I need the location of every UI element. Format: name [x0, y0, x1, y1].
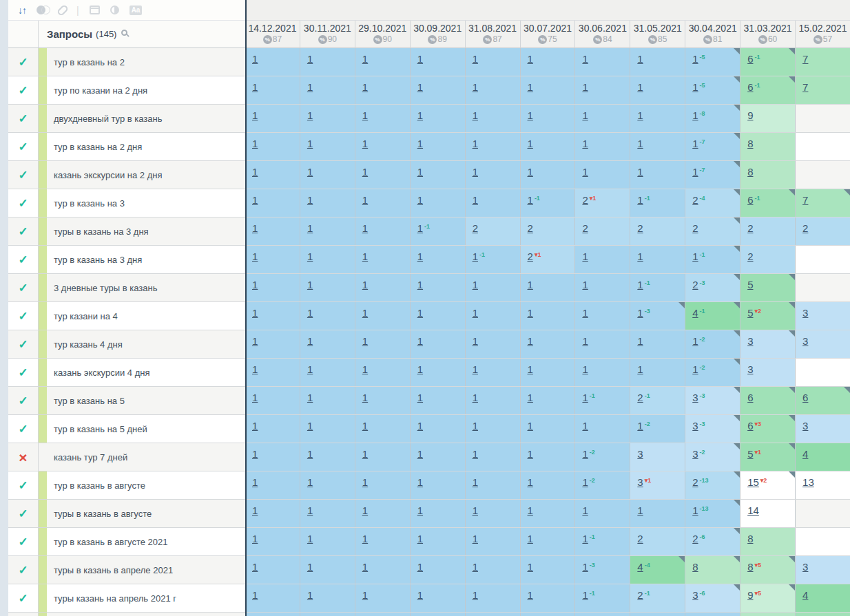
date-column-header[interactable]: 31.08.2021%87: [466, 21, 521, 48]
date-column-header[interactable]: 31.03.2021%60: [740, 21, 796, 48]
position-link[interactable]: 4: [692, 307, 698, 319]
position-link[interactable]: 1: [252, 505, 258, 516]
position-link[interactable]: 1: [637, 279, 643, 290]
position-link[interactable]: 1: [473, 533, 478, 544]
position-link[interactable]: 1: [473, 335, 478, 347]
keyword-cell[interactable]: тур в казань на 5: [39, 387, 245, 414]
position-link[interactable]: 1: [528, 138, 533, 149]
position-link[interactable]: 1: [307, 307, 313, 319]
keyword-cell[interactable]: казань экскурсии 4 дня: [39, 359, 245, 386]
position-link[interactable]: 1: [528, 166, 533, 178]
position-link[interactable]: 3: [747, 335, 753, 347]
position-link[interactable]: 1: [582, 392, 588, 403]
position-link[interactable]: 1: [252, 420, 258, 432]
position-link[interactable]: 4: [802, 589, 808, 601]
keyword-cell[interactable]: туры в казань на 3 дня: [39, 217, 245, 245]
position-link[interactable]: 1: [473, 81, 478, 93]
keyword-cell[interactable]: тур в казань на 5 дней: [39, 415, 245, 443]
position-link[interactable]: 1: [692, 251, 698, 262]
position-link[interactable]: 2: [473, 222, 478, 234]
position-link[interactable]: 1: [362, 335, 368, 347]
position-link[interactable]: 3: [692, 448, 698, 460]
sort-icon[interactable]: ↓↑: [18, 6, 26, 15]
status-cell[interactable]: ✓: [8, 48, 39, 76]
status-cell[interactable]: ✓: [8, 415, 39, 443]
position-link[interactable]: 4: [802, 448, 808, 460]
position-link[interactable]: 1: [473, 420, 478, 432]
date-column-header[interactable]: 30.11.2021%90: [300, 21, 355, 48]
position-link[interactable]: 3: [802, 420, 808, 432]
position-link[interactable]: 2: [528, 222, 533, 234]
position-link[interactable]: 1: [362, 307, 368, 319]
position-link[interactable]: 1: [692, 138, 698, 149]
position-link[interactable]: 1: [252, 448, 258, 460]
position-link[interactable]: 1: [528, 420, 533, 432]
position-link[interactable]: 1: [252, 307, 258, 319]
position-link[interactable]: 1: [417, 363, 423, 375]
position-link[interactable]: 1: [692, 166, 698, 178]
position-link[interactable]: 1: [417, 109, 423, 121]
position-link[interactable]: 1: [637, 81, 643, 93]
status-cell[interactable]: ✓: [8, 217, 39, 245]
position-link[interactable]: 1: [473, 138, 478, 149]
position-link[interactable]: 1: [252, 222, 258, 234]
status-cell[interactable]: ✓: [8, 528, 39, 555]
position-link[interactable]: 1: [692, 363, 698, 375]
position-link[interactable]: 1: [252, 138, 258, 149]
position-link[interactable]: 1: [528, 561, 533, 573]
position-link[interactable]: 1: [637, 53, 643, 65]
date-column-header[interactable]: 31.05.2021%85: [630, 21, 685, 48]
position-link[interactable]: 1: [637, 363, 643, 375]
position-link[interactable]: 1: [307, 194, 313, 206]
position-link[interactable]: 1: [528, 109, 533, 121]
position-link[interactable]: 1: [473, 109, 478, 121]
status-cell[interactable]: ×: [8, 443, 39, 471]
position-link[interactable]: 8: [747, 561, 753, 573]
date-column-header[interactable]: 30.06.2021%84: [575, 21, 630, 48]
position-link[interactable]: 3: [692, 392, 698, 403]
keyword-cell[interactable]: 3 дневные туры в казань: [39, 274, 245, 301]
position-link[interactable]: 1: [528, 448, 533, 460]
position-link[interactable]: 3: [747, 363, 753, 375]
position-link[interactable]: 8: [747, 138, 753, 149]
status-cell[interactable]: ✓: [8, 133, 39, 160]
position-link[interactable]: 4: [637, 561, 643, 573]
date-column-header[interactable]: 29.10.2021%90: [355, 21, 411, 48]
position-link[interactable]: 1: [528, 307, 533, 319]
position-link[interactable]: 7: [802, 81, 808, 93]
status-cell[interactable]: ✓: [8, 161, 39, 189]
position-link[interactable]: 1: [252, 279, 258, 290]
position-link[interactable]: 1: [417, 476, 423, 488]
position-link[interactable]: 1: [473, 589, 478, 601]
position-link[interactable]: 1: [528, 533, 533, 544]
status-cell[interactable]: ✓: [8, 500, 39, 527]
position-link[interactable]: 1: [307, 222, 313, 234]
position-link[interactable]: 1: [582, 533, 588, 544]
position-link[interactable]: 1: [473, 363, 478, 375]
position-link[interactable]: 1: [528, 194, 533, 206]
position-link[interactable]: 1: [473, 279, 478, 290]
search-icon[interactable]: [121, 30, 127, 36]
position-link[interactable]: 5: [747, 448, 753, 460]
position-link[interactable]: 1: [252, 194, 258, 206]
status-cell[interactable]: ✓: [8, 302, 39, 330]
position-link[interactable]: 1: [417, 53, 423, 65]
target-circles-icon[interactable]: [37, 6, 49, 15]
position-link[interactable]: 1: [307, 81, 313, 93]
position-link[interactable]: 1: [307, 505, 313, 516]
position-link[interactable]: 3: [692, 420, 698, 432]
position-link[interactable]: 8: [692, 561, 698, 573]
position-link[interactable]: 2: [692, 533, 698, 544]
position-link[interactable]: 1: [362, 533, 368, 544]
position-link[interactable]: 2: [582, 222, 588, 234]
position-link[interactable]: 1: [637, 194, 643, 206]
position-link[interactable]: 1: [582, 448, 588, 460]
keyword-cell[interactable]: [39, 613, 245, 616]
position-link[interactable]: 6: [747, 420, 753, 432]
position-link[interactable]: 1: [362, 363, 368, 375]
position-link[interactable]: 1: [307, 561, 313, 573]
position-link[interactable]: 2: [692, 476, 698, 488]
position-link[interactable]: 1: [252, 81, 258, 93]
position-link[interactable]: 1: [362, 194, 368, 206]
status-cell[interactable]: ✓: [8, 105, 39, 132]
